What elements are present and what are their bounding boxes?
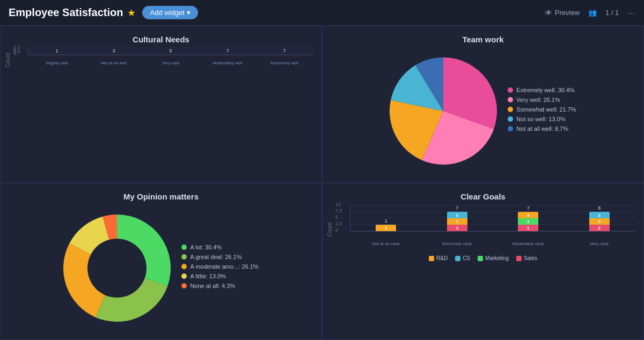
widget-clear-goals: Clear Goals Count 10 7.5 5 2.5 0 11Not a… [322, 183, 644, 340]
chevron-down-icon: ▾ [187, 9, 191, 17]
my-opinion-legend: A lot: 30.4%A great deal: 26.1%A moderat… [181, 244, 258, 292]
legend-label: Extremely well: 30.4% [516, 87, 574, 93]
legend-dot [508, 116, 513, 122]
bar-label: Very well [142, 61, 199, 65]
legend-dot [508, 87, 513, 93]
bar-label: Not at all well [85, 61, 142, 65]
dashboard-grid: Cultural Needs Count 7.5 5 2.5 0 1Slight… [0, 26, 644, 340]
legend-label: Somewhat well: 21.7% [516, 106, 576, 113]
team-work-title: Team work [331, 35, 635, 44]
stacked-bar-label: Very clear [575, 241, 624, 246]
stacked-bars-container: 11Not at all clear7313Extremely clear711… [350, 205, 635, 231]
stacked-bar-label: Not at all clear [362, 241, 410, 246]
pie-container: Extremely well: 30.4%Very well: 26.1%Som… [331, 48, 635, 174]
bar-value: 1 [55, 48, 58, 54]
segment-value-label: 5 [598, 219, 601, 224]
cultural-bars-container: 1Slightly well3Not at all well5Very well… [28, 48, 313, 55]
pie-chart-svg [390, 57, 497, 165]
stacked-bar-col: 7114Moderately clear [493, 205, 564, 231]
legend-dot [181, 245, 187, 250]
legend-item: A moderate amo...: 26.1% [181, 263, 258, 270]
legend-item: Very well: 26.1% [508, 97, 576, 103]
stacked-segment: 2 [589, 212, 610, 218]
legend-dot [181, 254, 187, 260]
cultural-needs-chart: Count 7.5 5 2.5 0 1Slightly well3Not at … [9, 48, 313, 174]
bar-value: 5 [169, 48, 172, 54]
header-right: 👁 Preview 👥 1 / 1 ··· [545, 9, 635, 17]
y-axis-label: Count [5, 53, 11, 67]
legend-item: A lot: 30.4% [181, 244, 258, 250]
stacked-bar: 252 [589, 212, 610, 231]
stacked-bar-total: 8 [598, 205, 601, 211]
bar-col: 7Moderately well [199, 48, 256, 55]
legend-dot [478, 256, 483, 261]
bar-value: 7 [226, 48, 229, 54]
bar-label: Slightly well [28, 61, 85, 65]
donut-chart-svg [63, 215, 171, 322]
users-icon: 👥 [588, 9, 597, 17]
legend-dot [516, 256, 522, 261]
stacked-bar: 1 [376, 225, 396, 231]
stacked-bar-total: 7 [456, 205, 458, 211]
segment-value-label: 3 [456, 226, 458, 231]
segment-value-label: 1 [527, 219, 529, 224]
stacked-y-axis-label: Count [327, 222, 333, 236]
stacked-bar-label: Extremely clear [433, 241, 481, 246]
favorite-icon[interactable]: ★ [127, 7, 136, 19]
legend-label: Not so well: 13.0% [516, 116, 565, 122]
clear-goals-title: Clear Goals [331, 192, 635, 201]
legend-label: R&D [436, 255, 448, 261]
stacked-bar: 313 [447, 212, 467, 231]
donut-container: A lot: 30.4%A great deal: 26.1%A moderat… [9, 205, 313, 331]
stacked-bars-inner: Count 10 7.5 5 2.5 0 11Not at all clear7… [331, 205, 635, 253]
stacked-bar: 114 [518, 212, 538, 231]
stacked-bar-total: 1 [385, 218, 387, 224]
stacked-bars-group: 10 7.5 5 2.5 0 11Not at all clear7313Ext… [350, 205, 635, 232]
stacked-legend: R&DCSMarketingSales [331, 253, 635, 261]
legend-dot [508, 97, 513, 102]
stacked-legend-item: Marketing [478, 255, 509, 261]
legend-label: Very well: 26.1% [516, 97, 560, 103]
legend-dot [181, 283, 187, 289]
header: Employee Satisfaction ★ Add widget ▾ 👁 P… [0, 0, 644, 26]
legend-dot [508, 107, 513, 112]
add-widget-button[interactable]: Add widget ▾ [142, 6, 197, 19]
segment-value-label: 2 [598, 213, 601, 218]
stacked-legend-item: Sales [516, 255, 537, 261]
legend-item: A little: 13.0% [181, 273, 258, 279]
legend-label: None at all: 4.3% [190, 283, 235, 289]
bar-label: Extremely well [256, 61, 313, 65]
bar-col: 3Not at all well [85, 48, 142, 55]
legend-label: A moderate amo...: 26.1% [190, 263, 258, 270]
stacked-segment: 4 [518, 212, 538, 218]
more-options-icon[interactable]: ··· [627, 9, 635, 17]
legend-dot [181, 264, 187, 269]
page-title: Employee Satisfaction [9, 6, 123, 19]
legend-label: A lot: 30.4% [190, 244, 222, 250]
legend-dot [455, 256, 460, 261]
legend-item: Somewhat well: 21.7% [508, 106, 576, 113]
legend-item: None at all: 4.3% [181, 283, 258, 289]
eye-icon: 👁 [545, 9, 552, 17]
legend-label: Sales [524, 255, 537, 261]
legend-item: Not at all well: 8.7% [508, 125, 576, 132]
users-count: 1 / 1 [605, 9, 619, 17]
legend-dot [181, 274, 187, 279]
stacked-segment: 5 [589, 218, 610, 225]
stacked-segment: 3 [447, 212, 467, 218]
widget-my-opinion: My Opinion matters A lot: 30.4%A great d… [0, 183, 322, 340]
legend-item: Not so well: 13.0% [508, 116, 576, 122]
preview-button[interactable]: 👁 Preview [545, 9, 580, 17]
bar-col: 7Extremely well [256, 48, 313, 55]
legend-label: CS [463, 255, 470, 261]
bar-col: 1Slightly well [28, 48, 85, 55]
team-work-chart: Extremely well: 30.4%Very well: 26.1%Som… [331, 48, 635, 174]
legend-label: A little: 13.0% [190, 273, 226, 279]
legend-dot [429, 256, 434, 261]
bar-label: Moderately well [199, 61, 256, 65]
stacked-bar-col: 11Not at all clear [350, 218, 422, 231]
stacked-bar-label: Moderately clear [504, 241, 552, 246]
stacked-segment: 1 [447, 218, 467, 225]
stacked-legend-item: CS [455, 255, 470, 261]
donut-hole [89, 240, 145, 296]
